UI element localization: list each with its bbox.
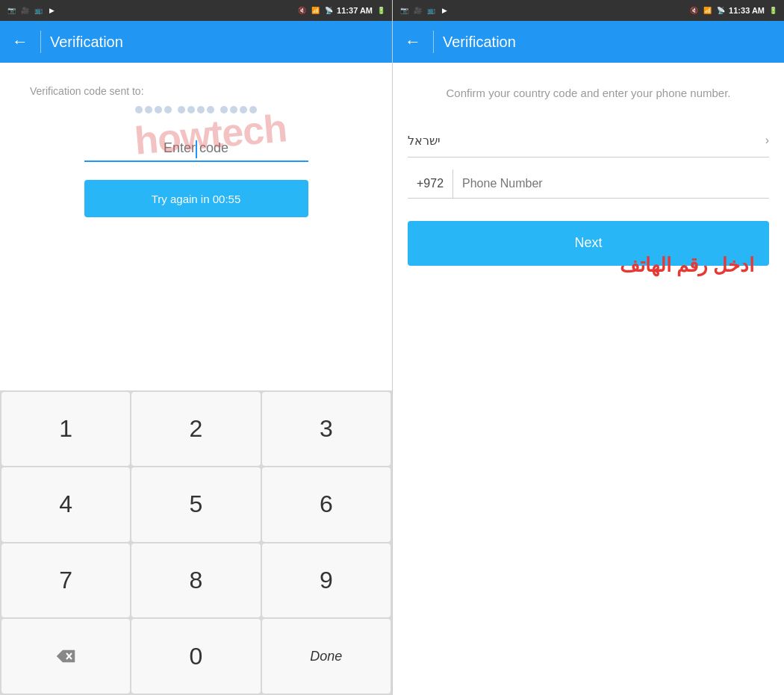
blur-group-2 — [178, 106, 214, 113]
numpad-area: 1 2 3 4 5 6 7 8 9 0 Done — [0, 390, 392, 696]
confirm-label: Confirm your country code and enter your… — [408, 85, 769, 102]
left-toolbar: ← Verification — [0, 21, 392, 63]
mute-icon: 🔇 — [296, 5, 307, 16]
left-toolbar-title: Verification — [50, 34, 123, 51]
numpad-key-0[interactable]: 0 — [131, 619, 260, 694]
phone-input-row: +972 — [408, 169, 769, 199]
blur-dot — [164, 106, 172, 113]
right-status-right-icons: 🔇 📶 📡 11:33 AM 🔋 — [688, 5, 778, 16]
right-status-bar: 📷 🎥 📺 ▶ 🔇 📶 📡 11:33 AM 🔋 — [393, 0, 784, 21]
blur-group-3 — [220, 106, 257, 113]
numpad-key-1[interactable]: 1 — [1, 392, 130, 467]
cast-icon-r: ▶ — [439, 5, 449, 16]
blur-dot — [155, 106, 162, 113]
wifi-icon-r: 📶 — [702, 5, 712, 16]
numpad-grid: 1 2 3 4 5 6 7 8 9 0 Done — [0, 390, 392, 696]
try-again-button[interactable]: Try again in 00:55 — [84, 180, 308, 217]
screen-icon: 📺 — [33, 5, 43, 16]
country-code: +972 — [408, 169, 453, 198]
mute-icon-r: 🔇 — [688, 5, 699, 16]
phone-number-input[interactable] — [453, 169, 769, 198]
blurred-phone — [135, 106, 257, 113]
screenshot-icon: 📷 — [6, 5, 16, 16]
right-time: 11:33 AM — [729, 6, 765, 15]
numpad-key-6[interactable]: 6 — [262, 467, 391, 542]
chevron-right-icon: › — [765, 134, 769, 147]
numpad-key-backspace[interactable] — [1, 619, 130, 694]
left-time: 11:37 AM — [337, 6, 373, 15]
blur-dot — [207, 106, 214, 113]
left-content: Verification code sent to: — [0, 63, 392, 390]
numpad-key-4[interactable]: 4 — [1, 467, 130, 542]
blur-dot — [197, 106, 205, 113]
battery-icon: 🔋 — [376, 5, 386, 16]
numpad-key-8[interactable]: 8 — [131, 543, 260, 618]
left-panel: 📷 🎥 📺 ▶ 🔇 📶 📡 11:37 AM 🔋 ← Verification … — [0, 0, 392, 695]
cam-icon-r: 🎥 — [412, 5, 423, 16]
right-back-button[interactable]: ← — [402, 29, 424, 54]
enter-code-wrapper — [84, 136, 308, 162]
numpad-key-done[interactable]: Done — [262, 619, 391, 694]
left-status-icons: 📷 🎥 📺 ▶ — [6, 5, 57, 16]
numpad-key-3[interactable]: 3 — [262, 392, 391, 467]
cast-icon: ▶ — [46, 5, 57, 16]
blur-dot — [178, 106, 185, 113]
numpad-key-7[interactable]: 7 — [1, 543, 130, 618]
blur-dot — [230, 106, 237, 113]
left-back-button[interactable]: ← — [9, 29, 31, 54]
right-content: Confirm your country code and enter your… — [393, 63, 784, 695]
right-panel: 📷 🎥 📺 ▶ 🔇 📶 📡 11:33 AM 🔋 ← Verification … — [392, 0, 784, 695]
country-selector[interactable]: ישראל › — [408, 125, 769, 158]
text-cursor — [196, 140, 197, 158]
left-status-bar: 📷 🎥 📺 ▶ 🔇 📶 📡 11:37 AM 🔋 — [0, 0, 392, 21]
blur-dot — [240, 106, 247, 113]
wifi-icon: 📶 — [310, 5, 320, 16]
left-toolbar-divider — [40, 31, 41, 53]
verification-sent-label: Verification code sent to: — [30, 85, 144, 97]
blur-dot — [249, 106, 257, 113]
left-top-content: Verification code sent to: — [15, 85, 377, 232]
screenshot-icon-r: 📷 — [399, 5, 409, 16]
blur-group-1 — [135, 106, 172, 113]
right-toolbar-title: Verification — [443, 34, 516, 51]
next-button[interactable]: Next — [408, 221, 769, 266]
right-toolbar-divider — [433, 31, 434, 53]
screen-icon-r: 📺 — [426, 5, 436, 16]
numpad-key-2[interactable]: 2 — [131, 392, 260, 467]
signal-icon: 📡 — [323, 5, 334, 16]
blur-dot — [187, 106, 195, 113]
signal-icon-r: 📡 — [715, 5, 726, 16]
numpad-key-9[interactable]: 9 — [262, 543, 391, 618]
blur-dot — [135, 106, 143, 113]
country-name: ישראל — [408, 134, 441, 148]
cam-icon: 🎥 — [19, 5, 30, 16]
right-status-icons: 📷 🎥 📺 ▶ — [399, 5, 449, 16]
left-status-right-icons: 🔇 📶 📡 11:37 AM 🔋 — [296, 5, 386, 16]
battery-icon-r: 🔋 — [768, 5, 778, 16]
blur-dot — [145, 106, 152, 113]
blur-dot — [220, 106, 228, 113]
numpad-key-5[interactable]: 5 — [131, 467, 260, 542]
right-toolbar: ← Verification — [393, 21, 784, 63]
